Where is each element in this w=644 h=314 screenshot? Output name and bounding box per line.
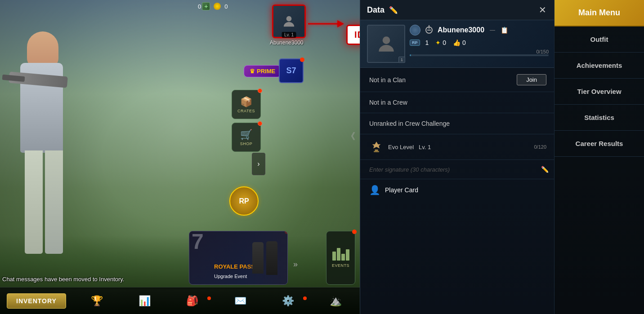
coin-icon (214, 3, 221, 10)
star-stat-icon: ✦ (435, 39, 441, 46)
rp-button[interactable]: RP (229, 186, 259, 216)
profile-level-badge: 1 (398, 57, 405, 63)
crates-notification (258, 88, 262, 93)
currency-value: 0 (198, 3, 201, 10)
character-head (27, 31, 58, 67)
stats-row: RP 1 ✦ 0 👍 0 (410, 39, 549, 46)
bar-chart-icon: 📊 (139, 295, 151, 307)
royale-pass-banner[interactable]: 7 ROYALE PASS Upgrade Event (189, 231, 288, 285)
settings-notification (303, 296, 307, 300)
s7-crate-button[interactable]: S7 (279, 58, 304, 83)
prime-badge[interactable]: ♛ PRIME (244, 65, 281, 77)
crew-label: Not in a Crew (369, 99, 407, 106)
rp-stat-number: 1 (425, 39, 429, 46)
trophy-icon: 🏆 (91, 295, 103, 307)
svg-point-0 (286, 16, 292, 22)
player-card-button[interactable]: 👤 Player Card (360, 179, 555, 201)
bag-notification (207, 296, 211, 300)
signature-placeholder: Enter signature (30 characters) (369, 166, 450, 173)
player-level-badge: Lv. 1 (282, 32, 296, 38)
sidebar-statistics-item[interactable]: Statistics (555, 105, 644, 131)
star-stat-value: 0 (443, 39, 446, 46)
game-background: 0 + 0 ♛ PRIME S7 Lv. 1 Abunene3000 (0, 0, 360, 314)
bottom-navigation: INVENTORY 🏆 📊 🎒 ✉️ ⚙️ ⛰️ (0, 287, 360, 314)
clan-label: Not in a Clan (369, 76, 406, 84)
outfit-label: Outfit (590, 35, 608, 43)
crosshair-icon (424, 25, 434, 35)
sidebar-career-results-item[interactable]: Career Results (555, 131, 644, 157)
svg-rect-4 (375, 150, 378, 151)
challenge-label: Unranked in Crew Challenge (369, 120, 450, 127)
progress-fill (410, 54, 411, 56)
sidebar-tier-overview-item[interactable]: Tier Overview (555, 79, 644, 105)
inventory-nav-item[interactable]: INVENTORY (0, 293, 73, 309)
mail-icon: ✉️ (234, 295, 246, 307)
join-clan-button[interactable]: Join (517, 74, 546, 85)
character-legs (25, 150, 43, 254)
trophy-nav-item[interactable]: 🏆 (73, 295, 121, 307)
add-currency-button[interactable]: + (202, 2, 210, 10)
rp-number: 7 (192, 231, 204, 254)
rp-characters (242, 231, 287, 284)
clan-section: Not in a Clan Join (360, 68, 555, 92)
bag-nav-item[interactable]: 🎒 (169, 295, 216, 307)
profile-name-row: Abunene3000 — 📋 (410, 25, 549, 35)
sidebar-outfit-item[interactable]: Outfit (555, 27, 644, 53)
crew-section: Not in a Crew (360, 92, 555, 113)
crates-icon: 📦 (240, 96, 252, 108)
thumb-stat-value: 0 (462, 39, 466, 46)
id-arrow-indicator (308, 17, 344, 32)
s7-notification-dot (300, 57, 304, 62)
signature-section: Enter signature (30 characters) ✏️ (360, 160, 555, 179)
main-menu-button[interactable]: Main Menu (555, 0, 644, 27)
career-results-label: Career Results (576, 140, 623, 147)
profile-panel: Data ✏️ ✕ 1 Abunene3000 (360, 0, 555, 314)
mail-nav-item[interactable]: ✉️ (216, 295, 264, 307)
avatar-icon (281, 13, 297, 29)
side-icons-panel: 📦 CRATES 🛒 SHOP (232, 90, 261, 152)
chat-message: Chat messages have been moved to Invento… (2, 276, 124, 283)
events-notification (352, 230, 357, 234)
close-panel-button[interactable]: ✕ (536, 4, 549, 16)
signature-edit-button[interactable]: ✏️ (541, 166, 549, 173)
crates-button[interactable]: 📦 CRATES (232, 90, 261, 119)
s7-label: S7 (286, 66, 296, 75)
right-sidebar: Main Menu Outfit Achievements Tier Overv… (554, 0, 644, 314)
shop-icon: 🛒 (240, 129, 252, 141)
panel-edit-icon[interactable]: ✏️ (389, 6, 398, 14)
map-nav-item[interactable]: ⛰️ (312, 295, 360, 307)
panel-header: Data ✏️ ✕ (360, 0, 555, 20)
stats-nav-item[interactable]: 📊 (121, 295, 168, 307)
sidebar-achievements-item[interactable]: Achievements (555, 53, 644, 79)
inventory-button[interactable]: INVENTORY (7, 293, 66, 309)
progress-section: 0/150 (410, 49, 549, 56)
evo-section: Evo Level Lv. 1 0/120 (360, 134, 555, 160)
evo-label-text: Evo Level Lv. 1 (388, 144, 431, 150)
crates-label: CRATES (237, 109, 255, 113)
svg-rect-5 (374, 151, 379, 152)
player-id-box: ID:5510832486 (346, 25, 360, 45)
tier-icon (410, 25, 420, 35)
events-icon (332, 248, 349, 261)
scroll-left-button[interactable]: 《 (346, 130, 355, 142)
player-id-text: ID:5510832486 (354, 30, 360, 40)
crown-icon: ♛ (250, 68, 255, 75)
username-label: Abunene3000 (270, 40, 304, 46)
achievements-label: Achievements (577, 62, 622, 69)
events-button[interactable]: EVENTS (326, 231, 355, 285)
player-avatar-box[interactable]: Lv. 1 (272, 4, 306, 38)
rp-icon: RP (239, 197, 249, 205)
copy-profile-button[interactable]: 📋 (501, 27, 508, 34)
expand-button[interactable]: › (252, 153, 265, 175)
forward-arrows-button[interactable]: » (293, 260, 298, 269)
panel-title: Data (367, 5, 385, 15)
evo-label-main: Evo Level (388, 144, 414, 150)
thumb-stat: 👍 0 (453, 39, 466, 46)
player-card-label: Player Card (385, 186, 418, 194)
shop-button[interactable]: 🛒 SHOP (232, 123, 261, 152)
profile-top-section: 1 Abunene3000 — 📋 RP (360, 20, 555, 68)
statistics-label: Statistics (584, 114, 614, 121)
settings-nav-item[interactable]: ⚙️ (264, 295, 312, 307)
map-icon: ⛰️ (330, 295, 342, 307)
rp-stat-icon: RP (410, 40, 420, 46)
